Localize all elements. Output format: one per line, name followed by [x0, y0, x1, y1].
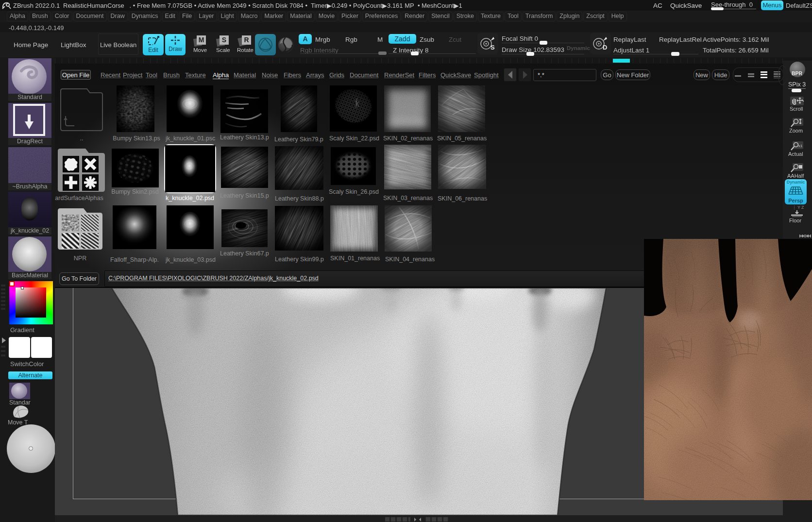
svg-text:S: S	[491, 44, 495, 51]
svg-text:x1: x1	[798, 144, 803, 148]
svg-text:D: D	[603, 44, 607, 51]
